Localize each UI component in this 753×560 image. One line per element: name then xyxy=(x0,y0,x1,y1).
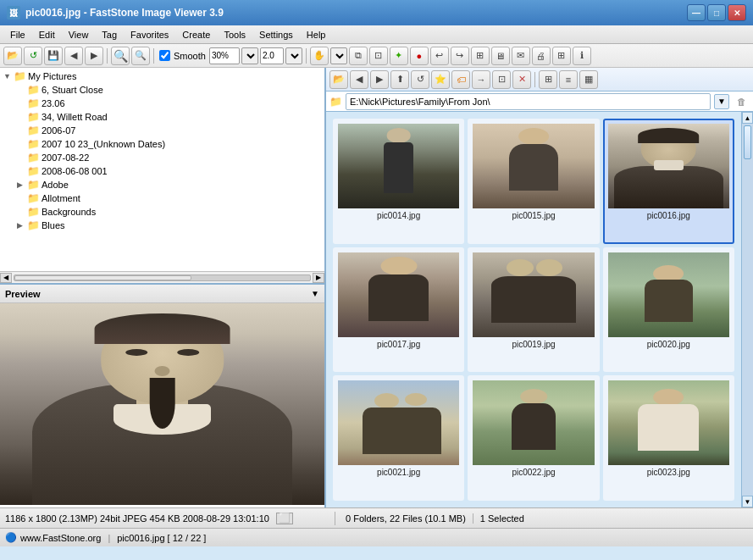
tb2-star-btn[interactable]: ⭐ xyxy=(431,70,450,89)
menu-create[interactable]: Create xyxy=(175,28,217,42)
menu-view[interactable]: View xyxy=(62,28,96,42)
folder-icon-root: 📁 xyxy=(14,70,26,82)
preview-image xyxy=(0,303,324,505)
thumb-img-pic0022: 1200x1792 JPEG xyxy=(473,380,594,465)
address-input[interactable] xyxy=(346,93,711,110)
tb-print-btn[interactable]: 🖨 xyxy=(532,47,551,65)
minimize-button[interactable]: — xyxy=(687,4,706,21)
tree-item-6[interactable]: 📁 2008-06-08 001 xyxy=(15,164,323,178)
tb-undo-btn[interactable]: ↩ xyxy=(430,47,449,65)
menu-help[interactable]: Help xyxy=(300,28,333,42)
tb-enhance-btn[interactable]: ✦ xyxy=(390,47,408,65)
tree-item-3[interactable]: 📁 2006-07 xyxy=(15,124,323,137)
address-clear-btn[interactable]: 🗑 xyxy=(733,93,750,110)
preview-nose xyxy=(155,366,169,376)
thumb-pic0015[interactable]: 1200x1790 JPEG pic0015.jpg xyxy=(468,119,599,244)
tb-zoom-in-btn[interactable]: 🔍 xyxy=(111,47,130,65)
tb2-open-btn[interactable]: 📂 xyxy=(329,70,348,89)
tb-redo-btn[interactable]: ↪ xyxy=(451,47,469,65)
tb2-refresh-btn[interactable]: ↺ xyxy=(411,70,429,89)
tb-copy-btn[interactable]: ⧉ xyxy=(349,47,368,65)
tb2-grid-view-btn[interactable]: ⊞ xyxy=(539,70,557,89)
thumb-img-pic0016: 1186x1800 JPEG xyxy=(608,124,729,208)
menu-tools[interactable]: Tools xyxy=(217,28,252,42)
close-button[interactable]: ✕ xyxy=(728,4,746,21)
tb-pan-select[interactable]: ▼ xyxy=(330,47,347,64)
smooth-checkbox[interactable] xyxy=(159,50,170,61)
thumb-img-pic0020: 1186x1648 JPEG xyxy=(608,252,729,337)
scroll-thumb[interactable] xyxy=(744,125,751,159)
thumb-pic0021[interactable]: 1200x1202 JPEG pic0021.jpg xyxy=(333,375,464,501)
tb-email-btn[interactable]: ✉ xyxy=(512,47,530,65)
tb-monitor-btn[interactable]: 🖥 xyxy=(491,47,510,65)
scroll-track[interactable] xyxy=(742,124,753,496)
tree-item-8[interactable]: 📁 Allotment xyxy=(15,191,323,205)
tb-open-btn[interactable]: 📂 xyxy=(3,47,22,65)
title-bar: 🖼 pic0016.jpg - FastStone Image Viewer 3… xyxy=(0,0,753,25)
zoom-percent-input[interactable] xyxy=(209,47,240,64)
tb-crop-btn[interactable]: ⊡ xyxy=(369,47,388,65)
address-go-btn[interactable]: ▼ xyxy=(714,94,729,109)
scroll-down-btn[interactable]: ▼ xyxy=(742,496,753,507)
folder-tree[interactable]: ▼ 📁 My Pictures 📁 6, Stuart Close 📁 23.0… xyxy=(0,68,324,271)
menu-edit[interactable]: Edit xyxy=(32,28,62,42)
tree-item-10[interactable]: ▶ 📁 Blues xyxy=(15,219,323,232)
tb-info-btn[interactable]: ℹ xyxy=(573,47,591,65)
tb2-list-view-btn[interactable]: ≡ xyxy=(559,70,578,89)
tree-item-7[interactable]: ▶ 📁 Adobe xyxy=(15,178,323,191)
preview-collapse-btn[interactable]: ▼ xyxy=(311,289,319,298)
thumb-pic0022[interactable]: 1200x1792 JPEG pic0022.jpg xyxy=(468,375,599,501)
tb-grid-btn[interactable]: ⊞ xyxy=(552,47,571,65)
scroll-up-btn[interactable]: ▲ xyxy=(742,112,753,124)
tb-tile-btn[interactable]: ⊞ xyxy=(471,47,490,65)
tb-zoom-out-btn[interactable]: 🔍 xyxy=(131,47,150,65)
tb-red-eye-btn[interactable]: ● xyxy=(410,47,429,65)
tb-refresh-btn[interactable]: ↺ xyxy=(24,47,42,65)
folder-icon-2: 📁 xyxy=(27,111,40,123)
tb2-send-btn[interactable]: → xyxy=(472,70,490,89)
tb2-forward-btn[interactable]: ▶ xyxy=(370,70,389,89)
hscroll-thumb[interactable] xyxy=(14,274,311,281)
tb2-delete-btn[interactable]: ✕ xyxy=(512,70,531,89)
tree-item-2[interactable]: 📁 34, Willett Road xyxy=(15,110,323,124)
tree-hscroll[interactable]: ◀ ▶ xyxy=(0,271,324,283)
tree-item-4[interactable]: 📁 2007 10 23_(Unknown Dates) xyxy=(15,137,323,151)
zoom-value-select[interactable]: ▼ xyxy=(285,47,302,64)
hscroll-left-btn[interactable]: ◀ xyxy=(0,273,12,283)
tb-pan-btn[interactable]: ✋ xyxy=(310,47,329,65)
preview-label: Preview xyxy=(5,289,41,299)
thumb-pic0016[interactable]: 1186x1800 JPEG pic0016.jpg xyxy=(603,119,734,244)
maximize-button[interactable]: □ xyxy=(707,4,726,21)
tree-root[interactable]: ▼ 📁 My Pictures xyxy=(2,69,323,83)
tb2-tag-btn[interactable]: 🏷 xyxy=(451,70,470,89)
thumb-pic0020[interactable]: 1186x1648 JPEG pic0020.jpg xyxy=(603,247,734,373)
menu-settings[interactable]: Settings xyxy=(252,28,300,42)
folder-info-section: 0 Folders, 22 Files (10.1 MB) xyxy=(339,513,473,524)
tree-item-9[interactable]: 📁 Backgrounds xyxy=(15,205,323,219)
folder-icon-8: 📁 xyxy=(27,192,40,204)
tb2-back-btn[interactable]: ◀ xyxy=(350,70,368,89)
status-expand-btn[interactable]: ⬜ xyxy=(276,513,293,524)
tb2-up-btn[interactable]: ⬆ xyxy=(390,70,409,89)
menu-favorites[interactable]: Favorites xyxy=(124,28,175,42)
tb-save-btn[interactable]: 💾 xyxy=(44,47,63,65)
tb2-copy2-btn[interactable]: ⊡ xyxy=(492,70,511,89)
tb-forward-btn[interactable]: ▶ xyxy=(85,47,103,65)
thumb-name-pic0016: pic0016.jpg xyxy=(647,211,690,220)
thumbnails-scrollbar[interactable]: ▲ ▼ xyxy=(741,112,753,507)
zoom-percent-select[interactable]: ▼ xyxy=(241,47,258,64)
tb2-detail-view-btn[interactable]: ▦ xyxy=(579,70,598,89)
menu-tag[interactable]: Tag xyxy=(95,28,124,42)
menu-file[interactable]: File xyxy=(3,28,32,42)
hscroll-right-btn[interactable]: ▶ xyxy=(313,273,324,283)
tree-item-5[interactable]: 📁 2007-08-22 xyxy=(15,151,323,164)
thumb-pic0014[interactable]: 1200x1790 JPEG pic0014.jpg xyxy=(333,119,464,244)
tree-item-1[interactable]: 📁 23.06 xyxy=(15,97,323,110)
thumb-pic0017[interactable]: 1200x1640 JPEG pic0017.jpg xyxy=(333,247,464,373)
tree-item-0[interactable]: 📁 6, Stuart Close xyxy=(15,83,323,97)
tb-back-btn[interactable]: ◀ xyxy=(64,47,83,65)
status-left: 1186 x 1800 (2.13MP) 24bit JPEG 454 KB 2… xyxy=(5,513,331,524)
zoom-value-input[interactable] xyxy=(260,47,284,64)
thumb-pic0019[interactable]: 1200x1654 JPEG pic0019.jpg xyxy=(468,247,599,373)
thumb-pic0023[interactable]: 1200x1786 JPEG pic0023.jpg xyxy=(603,375,734,501)
